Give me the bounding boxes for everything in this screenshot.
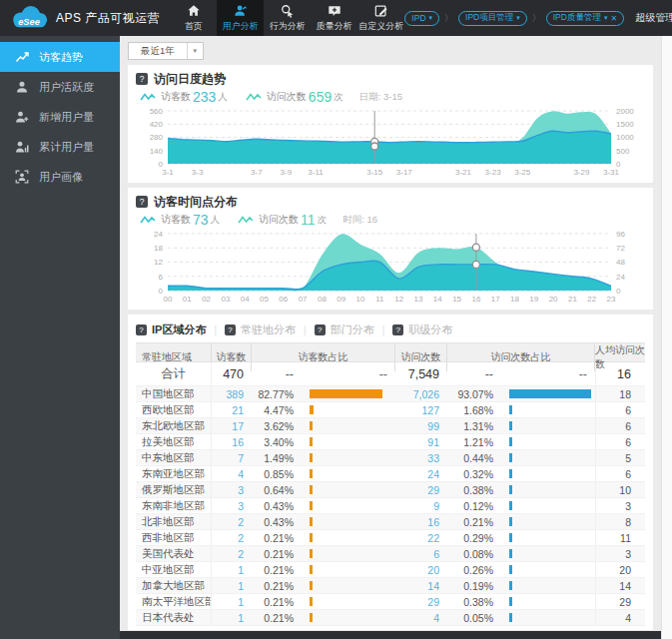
hourly-distribution-chart[interactable]: 0062412481872249600010203040506070809101… <box>136 230 645 306</box>
sidebar-item-new-users[interactable]: 新增用户量 <box>0 102 120 132</box>
svg-text:18: 18 <box>154 244 163 253</box>
cell-visits-link[interactable]: 127 <box>395 404 447 416</box>
nav-item-home[interactable]: 首页 <box>170 0 217 36</box>
tab-separator: | <box>382 324 385 335</box>
cell-visits-link[interactable]: 6 <box>395 548 447 560</box>
svg-text:48: 48 <box>616 258 625 267</box>
svg-text:3-1: 3-1 <box>162 168 174 177</box>
svg-text:24: 24 <box>616 273 625 282</box>
cell-visits-link[interactable]: 22 <box>395 532 447 544</box>
cell-visitors-link[interactable]: 4 <box>212 468 252 480</box>
pill-label: IPD项目管理 <box>465 12 513 24</box>
navbar-right: IPD ▾ 〉 IPD项目管理 ▾ 〉 IPD质量管理 ▾ ✕ 超级管理员 <box>404 11 672 26</box>
table-total-row: 合计470----7,549----16 <box>136 362 645 386</box>
scrollbar-track[interactable] <box>661 36 672 639</box>
cell-visitors-link[interactable]: 389 <box>212 388 252 400</box>
cell-visits-pct: 0.26% <box>447 564 503 576</box>
trend-icon <box>15 50 29 64</box>
help-icon[interactable]: ? <box>136 196 148 208</box>
logo[interactable]: eSee <box>8 5 50 31</box>
chevron-down-icon: ▾ <box>516 14 520 22</box>
cell-visitors-link[interactable]: 1 <box>212 596 252 608</box>
visitors-pct-bar-fill <box>310 405 314 414</box>
cell-visits-link[interactable]: 24 <box>395 468 447 480</box>
visitors-pct-bar-fill <box>310 501 313 510</box>
visitors-pct-bar-fill <box>310 389 382 398</box>
daily-trend-chart[interactable]: 001405002801000420150056020003-13-33-73-… <box>136 107 645 179</box>
close-icon[interactable]: ✕ <box>610 14 617 23</box>
cell-visitors-link[interactable]: 3 <box>212 500 252 512</box>
cell-visits-link[interactable]: 9 <box>395 500 447 512</box>
help-icon[interactable]: ? <box>136 73 148 85</box>
cell-visits-link[interactable]: 91 <box>395 436 447 448</box>
cell-visits-link[interactable]: 16 <box>395 516 447 528</box>
user-add-icon <box>15 110 29 124</box>
nav-item-behavior-analysis[interactable]: 行为分析 <box>264 0 311 36</box>
visits-pct-bar <box>503 469 595 478</box>
breadcrumb-pill-ipd[interactable]: IPD ▾ <box>404 11 439 26</box>
sidebar-item-user-profile[interactable]: 用户画像 <box>0 162 120 192</box>
visits-pct-bar <box>503 549 595 558</box>
cell-visits-link[interactable]: 29 <box>395 596 447 608</box>
region-distribution-card: ? IP区域分布 | ? 常驻地分布 | ? 部门分布 | ? 职级分布 常驻地… <box>128 315 653 630</box>
nav-item-custom-analysis[interactable]: 自定义分析 <box>357 0 404 36</box>
svg-text:20: 20 <box>549 295 558 304</box>
date-range-select[interactable]: 最近1年 ▾ <box>128 42 204 60</box>
cell-visits-link[interactable]: 33 <box>395 452 447 464</box>
breadcrumb-pill-quality[interactable]: IPD质量管理 ▾ ✕ <box>546 11 624 26</box>
nav-item-user-analysis[interactable]: 用户分析 <box>217 0 264 36</box>
cell-visits-link[interactable]: 14 <box>395 580 447 592</box>
custom-analysis-icon <box>374 4 388 18</box>
cell-visits-link[interactable]: 4 <box>395 612 447 624</box>
cell-visitors-link[interactable]: 2 <box>212 548 252 560</box>
svg-text:02: 02 <box>202 295 211 304</box>
cell-visitors-link[interactable]: 7 <box>212 452 252 464</box>
visits-pct-bar <box>503 437 595 446</box>
cell-region: 拉美地区部 <box>136 434 212 449</box>
visits-pct-bar-fill <box>509 613 512 622</box>
cell-visitors-link[interactable]: 21 <box>212 404 252 416</box>
tab-ip-region[interactable]: ? IP区域分布 <box>136 322 206 337</box>
tab-grade[interactable]: ? 职级分布 <box>392 322 452 337</box>
cell-visits-link[interactable]: 20 <box>395 564 447 576</box>
cell-visitors-link[interactable]: 2 <box>212 516 252 528</box>
cell-visitors-link[interactable]: 1 <box>212 580 252 592</box>
sidebar-item-visitor-trend[interactable]: 访客趋势 <box>0 42 120 72</box>
sidebar-item-label: 用户画像 <box>39 170 83 185</box>
cell-visitors-pct: 3.62% <box>252 420 304 432</box>
admin-label: 超级管理员 <box>635 11 672 25</box>
cell-avg: 18 <box>595 386 645 401</box>
cell-visitors-link[interactable]: 16 <box>212 436 252 448</box>
svg-text:280: 280 <box>150 133 164 142</box>
sidebar-item-user-activity[interactable]: 用户活跃度 <box>0 72 120 102</box>
logo-text: eSee <box>18 17 40 27</box>
cell-visits-pct: 0.29% <box>447 532 503 544</box>
cell-visitors-link[interactable]: 2 <box>212 532 252 544</box>
svg-text:560: 560 <box>150 107 164 116</box>
cell-visitors-link[interactable]: 1 <box>212 612 252 624</box>
tab-residence[interactable]: ? 常驻地分布 <box>225 322 296 337</box>
visits-pct-bar-fill <box>509 405 512 414</box>
svg-text:2000: 2000 <box>616 107 634 116</box>
sidebar-item-total-users[interactable]: 累计用户量 <box>0 132 120 162</box>
cell-region: 中东地区部 <box>136 450 212 465</box>
visits-pct-bar-fill <box>509 437 512 446</box>
cell-visits-link[interactable]: 99 <box>395 420 447 432</box>
nav-item-quality-analysis[interactable]: 质量分析 <box>311 0 357 36</box>
visits-pct-bar-fill <box>509 389 591 398</box>
cell-visits-pct: 0.12% <box>447 500 503 512</box>
daily-legend: 访客数 233 人 访问次数 659 次 日期: 3-15 <box>136 87 645 107</box>
visits-pct-bar <box>503 453 595 462</box>
cell-region: 美国代表处 <box>136 546 212 561</box>
svg-text:3-9: 3-9 <box>281 168 293 177</box>
cell-visitors-link[interactable]: 3 <box>212 484 252 496</box>
breadcrumb-pill-project[interactable]: IPD项目管理 ▾ <box>458 11 527 26</box>
cell-visitors-link[interactable]: 1 <box>212 564 252 576</box>
svg-text:23: 23 <box>607 295 616 304</box>
visits-pct-bar <box>503 613 595 622</box>
cell-visits-link[interactable]: 29 <box>395 484 447 496</box>
cell-visits-link[interactable]: 7,026 <box>395 388 447 400</box>
tab-department[interactable]: ? 部门分布 <box>315 322 374 337</box>
cell-visitors-link[interactable]: 17 <box>212 420 252 432</box>
visitors-pct-bar <box>304 405 395 414</box>
